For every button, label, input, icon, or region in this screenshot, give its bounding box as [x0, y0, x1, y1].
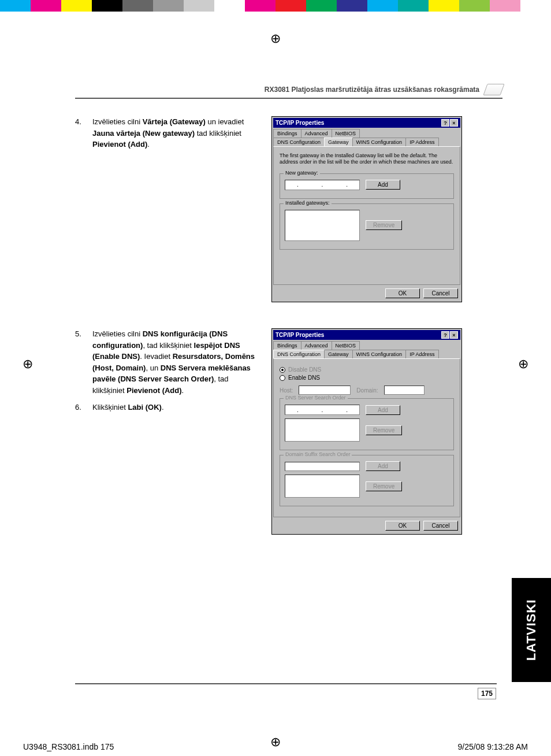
add-button[interactable]: Add — [366, 180, 400, 190]
tab-netbios[interactable]: NetBIOS — [332, 129, 360, 138]
tab-advanced[interactable]: Advanced — [301, 129, 332, 138]
dns-server-search-order-group: DNS Server Search Order ... Add Remove — [280, 398, 454, 450]
domain-label: Domain: — [356, 387, 378, 394]
document-title: RX3081 Platjoslas maršrutizētāja ātras u… — [265, 86, 479, 94]
new-gateway-input[interactable]: ... — [285, 180, 360, 190]
tab-bindings[interactable]: Bindings — [273, 341, 301, 350]
footer-rule — [75, 683, 497, 684]
router-icon — [483, 84, 504, 95]
dns-server-input[interactable]: ... — [285, 405, 360, 415]
instruction-step-6: 6. Klikšķiniet Labi (OK). — [75, 402, 260, 413]
registration-mark-icon: ⊕ — [516, 357, 530, 371]
tab-dns-configuration[interactable]: DNS Configuration — [273, 350, 325, 358]
instruction-step-5: 5. Izvēlieties cilni DNS konfigurācija (… — [75, 328, 260, 396]
host-input[interactable] — [299, 386, 351, 395]
disable-dns-radio[interactable]: Disable DNS — [280, 366, 454, 373]
help-button[interactable]: ? — [441, 119, 449, 127]
remove-button[interactable]: Remove — [366, 425, 402, 435]
tab-advanced[interactable]: Advanced — [301, 341, 332, 350]
tab-dns-configuration[interactable]: DNS Configuration — [273, 138, 325, 146]
tab-gateway[interactable]: Gateway — [324, 138, 353, 146]
domain-suffix-input[interactable] — [285, 462, 360, 471]
cancel-button[interactable]: Cancel — [423, 521, 458, 531]
installed-gateways-group: Installed gateways: Remove — [280, 203, 454, 250]
add-button[interactable]: Add — [366, 405, 400, 415]
gateway-description: The first gateway in the Installed Gatew… — [280, 153, 454, 165]
tcpip-properties-dialog-gateway: TCP/IP Properties ? × Bindings Advanced … — [271, 116, 462, 302]
ok-button[interactable]: OK — [385, 288, 420, 298]
cancel-button[interactable]: Cancel — [423, 288, 458, 298]
domain-input[interactable] — [384, 386, 425, 395]
remove-button[interactable]: Remove — [366, 220, 402, 230]
page-header: RX3081 Platjoslas maršrutizētāja ātras u… — [75, 84, 502, 99]
registration-mark-icon: ⊕ — [269, 32, 282, 46]
tab-gateway[interactable]: Gateway — [324, 350, 353, 358]
language-tab: LATVISKI — [512, 578, 551, 682]
tab-netbios[interactable]: NetBIOS — [332, 341, 360, 350]
add-button[interactable]: Add — [366, 461, 400, 471]
help-button[interactable]: ? — [441, 331, 449, 339]
dialog-titlebar: TCP/IP Properties ? × — [273, 118, 460, 128]
color-calibration-bar — [0, 0, 551, 12]
enable-dns-radio[interactable]: Enable DNS — [280, 375, 454, 381]
page-number: 175 — [478, 688, 496, 699]
ok-button[interactable]: OK — [385, 521, 420, 531]
tab-ip-address[interactable]: IP Address — [405, 350, 438, 358]
dns-server-list[interactable] — [285, 418, 360, 442]
footer-timestamp: 9/25/08 9:13:28 AM — [458, 742, 528, 751]
dialog-tabs: Bindings Advanced NetBIOS DNS Configurat… — [273, 341, 460, 358]
new-gateway-group: New gateway: ... Add — [280, 173, 454, 199]
print-footer: U3948_RS3081.indb 175 9/25/08 9:13:28 AM — [0, 742, 551, 751]
remove-button[interactable]: Remove — [366, 481, 402, 491]
tab-wins-configuration[interactable]: WINS Configuration — [352, 138, 407, 146]
close-button[interactable]: × — [450, 119, 458, 127]
dialog-tabs: Bindings Advanced NetBIOS DNS Configurat… — [273, 129, 460, 146]
footer-filename: U3948_RS3081.indb 175 — [23, 742, 114, 751]
domain-suffix-search-order-group: Domain Suffix Search Order Add Remove — [280, 455, 454, 506]
tab-bindings[interactable]: Bindings — [273, 129, 301, 138]
instruction-step-4: 4. Izvēlieties cilni Vārteja (Gateway) u… — [75, 116, 260, 150]
host-label: Host: — [280, 387, 293, 394]
tcpip-properties-dialog-dns: TCP/IP Properties ? × Bindings Advanced … — [271, 328, 462, 535]
installed-gateways-list[interactable] — [285, 210, 360, 241]
registration-mark-icon: ⊕ — [21, 357, 35, 371]
tab-ip-address[interactable]: IP Address — [405, 138, 438, 146]
dialog-titlebar: TCP/IP Properties ? × — [273, 330, 460, 340]
tab-wins-configuration[interactable]: WINS Configuration — [352, 350, 407, 358]
close-button[interactable]: × — [450, 331, 458, 339]
domain-suffix-list[interactable] — [285, 475, 360, 498]
